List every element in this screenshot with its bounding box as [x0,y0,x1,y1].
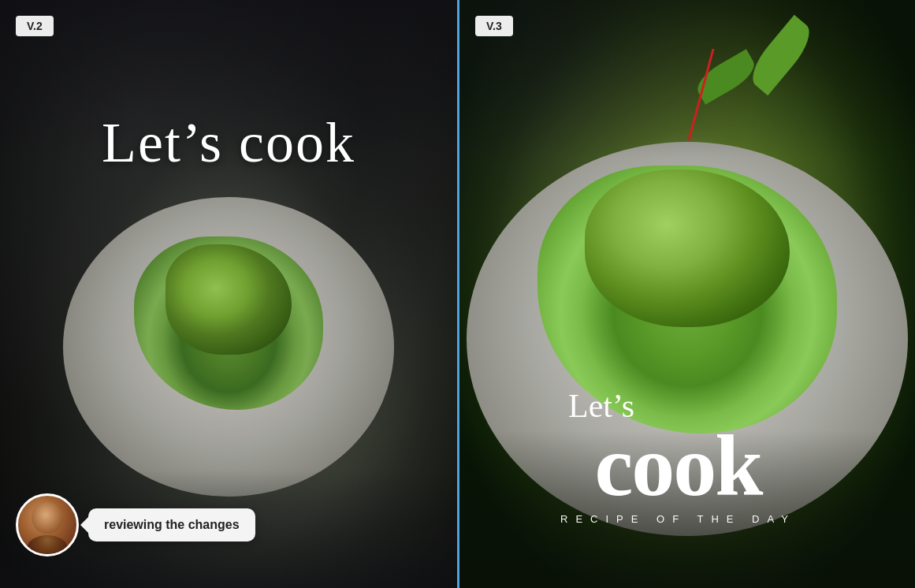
right-overlay-top [459,0,915,158]
speech-bubble: reviewing the changes [88,508,255,541]
right-panel: V.3 Let’s cook RECIPE OF THE DAY [457,0,915,588]
avatar-bubble: reviewing the changes [16,493,255,556]
version-badge-right: V.3 [475,16,513,36]
title-subtitle: RECIPE OF THE DAY [560,513,796,525]
left-panel-title: Let’s cook [102,110,355,176]
user-avatar [16,493,79,556]
version-badge-left: V.2 [16,16,54,36]
left-panel: V.2 Let’s cook reviewing the changes [0,0,457,588]
title-cook: cook [560,425,796,508]
right-panel-title: Let’s cook RECIPE OF THE DAY [560,387,796,526]
bubble-message: reviewing the changes [104,518,240,531]
